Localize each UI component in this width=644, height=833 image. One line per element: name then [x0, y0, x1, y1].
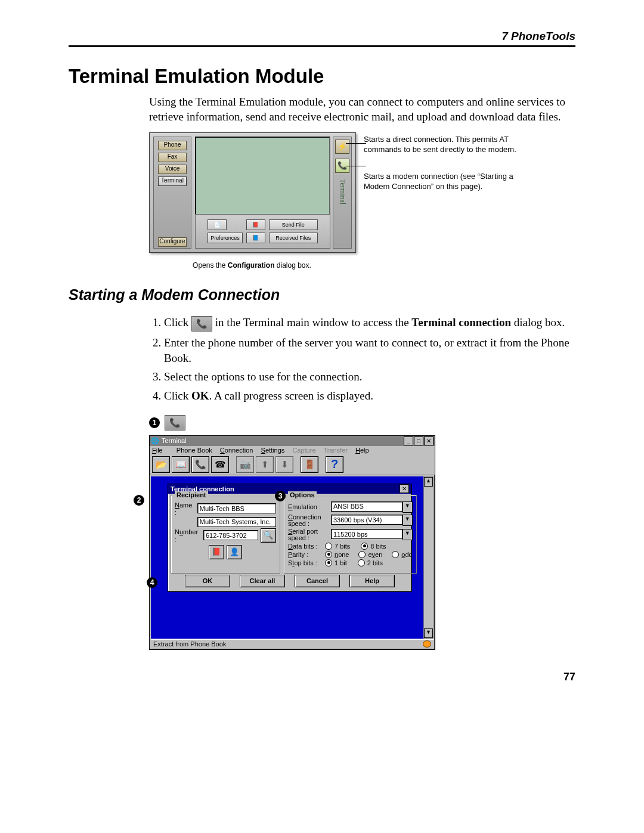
window-title: Terminal	[162, 437, 187, 444]
label-parity: Parity :	[288, 551, 323, 558]
phonebook-button[interactable]: 📕	[209, 545, 224, 559]
radio-parity-even[interactable]	[358, 551, 366, 558]
xfer-icon[interactable]: 📄	[208, 219, 227, 230]
menu-capture: Capture	[292, 447, 315, 454]
side-voice-button[interactable]: Voice	[158, 165, 187, 174]
page-title: Terminal Emulation Module	[69, 65, 575, 88]
connection-speed-combo[interactable]: ▼	[331, 515, 413, 526]
received-files-button[interactable]: Received Files	[269, 233, 318, 243]
lookup-button[interactable]: 🔍	[261, 528, 276, 543]
radio-7bits[interactable]	[325, 543, 332, 550]
radio-stop-1[interactable]	[325, 559, 332, 566]
label-databits: Data bits :	[288, 543, 323, 550]
radio-8bits[interactable]	[361, 543, 368, 550]
send-file-button[interactable]: Send File	[269, 219, 318, 230]
radio-parity-none[interactable]	[325, 551, 332, 558]
ok-button[interactable]: OK	[185, 575, 230, 587]
status-led-icon	[423, 640, 431, 648]
close-button[interactable]: ✕	[424, 436, 434, 445]
legend-options: Options	[288, 491, 317, 498]
radio-parity-odd[interactable]	[392, 551, 399, 558]
callout-4-marker: 4	[147, 577, 157, 588]
label-number: Number :	[175, 528, 201, 543]
step-2: Enter the phone number of the server you…	[164, 335, 575, 366]
callout-2-marker: 2	[134, 495, 144, 506]
book-icon[interactable]: 📕	[246, 219, 265, 230]
menu-file: File	[152, 447, 169, 454]
number-field[interactable]	[203, 530, 258, 540]
radio-stop-2[interactable]	[358, 559, 365, 566]
company-field[interactable]	[197, 517, 276, 527]
label-serial-speed: Serial portspeed :	[288, 528, 329, 541]
label-connection-speed: Connectionspeed :	[288, 514, 329, 527]
tool-book-icon[interactable]: 📖	[172, 456, 190, 473]
direct-connection-icon[interactable]: ⚡	[335, 140, 349, 154]
menu-connection: Connection	[220, 447, 253, 454]
side-fax-button[interactable]: Fax	[158, 153, 187, 162]
vertical-scrollbar[interactable]: ▲ ▼	[423, 476, 434, 639]
modem-connection-icon-large: 📞	[165, 415, 185, 431]
caption-configuration: Opens the Configuration dialog box.	[149, 261, 355, 270]
emulation-combo[interactable]: ▼	[331, 501, 413, 513]
menu-help: Help	[355, 447, 369, 454]
window-app-icon: 🌐	[151, 437, 159, 445]
window-titlebar[interactable]: 🌐 Terminal _ □ ✕	[150, 436, 435, 446]
preferences-button[interactable]: Preferences	[208, 233, 243, 243]
top-rule	[69, 45, 575, 47]
tool-open-icon[interactable]: 📂	[152, 456, 170, 473]
tool-download-icon[interactable]: ⬇	[275, 456, 293, 473]
toolbar: 📂 📖 📞 ☎ 📷 ⬆ ⬇ 🚪 ?	[150, 454, 435, 475]
clearall-button[interactable]: Clear all	[240, 575, 285, 587]
tool-dial-icon[interactable]: 📞	[191, 456, 209, 473]
right-label: Terminal	[338, 179, 347, 205]
step-4: Click OK. A call progress screen is disp…	[164, 388, 575, 404]
book2-icon[interactable]: 📘	[246, 233, 265, 243]
callout-direct-connection: Starts a direct connection. This permits…	[364, 135, 519, 154]
tool-upload-icon[interactable]: ⬆	[256, 456, 274, 473]
menubar[interactable]: File Phone Book Connection Settings Capt…	[150, 446, 435, 454]
group-options: Options Emulation : ▼ Connectionspeed :	[284, 495, 417, 574]
scroll-up-icon[interactable]: ▲	[424, 477, 433, 487]
side-phone-button[interactable]: Phone	[158, 141, 187, 150]
tool-hangup-icon[interactable]: ☎	[211, 456, 229, 473]
terminal-connection-screenshot: 🌐 Terminal _ □ ✕ File Phone Book Connect…	[149, 435, 435, 650]
terminal-module-screenshot: Phone Fax Voice Terminal Configure ⚡ 📞 T…	[149, 132, 575, 258]
legend-recipient: Recipient	[175, 491, 208, 498]
scroll-down-icon[interactable]: ▼	[424, 628, 433, 638]
page-number: 77	[69, 671, 575, 683]
menu-transfer: Transfer	[323, 447, 348, 454]
label-emulation: Emulation :	[288, 503, 329, 510]
client-area: Terminal connection ✕ Recipient Name :	[151, 476, 424, 639]
tool-exit-icon[interactable]: 🚪	[301, 456, 318, 473]
running-head: 7 PhoneTools	[69, 30, 575, 43]
minimize-button[interactable]: _	[404, 436, 413, 445]
cancel-button[interactable]: Cancel	[295, 575, 340, 587]
dialog-close-button[interactable]: ✕	[400, 484, 409, 493]
step-1: Click 📞 in the Terminal main window to a…	[164, 315, 575, 332]
subtitle: Starting a Modem Connection	[69, 286, 575, 304]
side-configure-button[interactable]: Configure	[158, 237, 187, 247]
add-contact-button[interactable]: 👤	[227, 545, 242, 559]
serial-speed-combo[interactable]: ▼	[331, 529, 413, 540]
group-recipient: Recipient Name : Number :	[171, 495, 280, 574]
callout-1-marker: 1	[149, 417, 160, 428]
menu-phonebook: Phone Book	[177, 447, 212, 454]
label-stopbits: Stop bits :	[288, 559, 323, 566]
callout-modem-connection: Starts a modem connection (see “Starting…	[364, 172, 519, 191]
name-field[interactable]	[197, 503, 276, 513]
terminal-screen	[195, 137, 330, 215]
side-terminal-button[interactable]: Terminal	[158, 176, 187, 186]
menu-settings: Settings	[261, 447, 285, 454]
maximize-button[interactable]: □	[414, 436, 423, 445]
steps-list: Click 📞 in the Terminal main window to a…	[149, 315, 575, 403]
modem-connection-inline-icon: 📞	[191, 316, 212, 332]
status-text: Extract from Phone Book	[153, 640, 226, 648]
step-3: Select the options to use for the connec…	[164, 369, 575, 385]
callout-3-marker: 3	[275, 491, 286, 501]
label-name: Name :	[175, 501, 195, 516]
tool-help-icon[interactable]: ?	[326, 456, 343, 473]
intro-paragraph: Using the Terminal Emulation module, you…	[149, 95, 575, 124]
tool-capture-icon[interactable]: 📷	[236, 456, 254, 473]
help-button[interactable]: Help	[349, 575, 395, 587]
terminal-connection-dialog: Terminal connection ✕ Recipient Name :	[168, 484, 412, 592]
